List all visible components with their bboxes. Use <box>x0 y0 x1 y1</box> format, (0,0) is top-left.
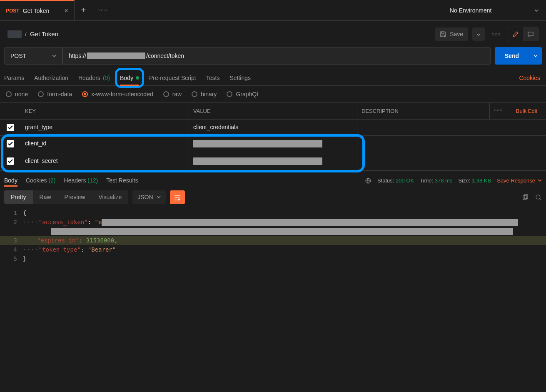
kv-desc[interactable] <box>357 120 546 135</box>
save-response-button[interactable]: Save Response <box>497 177 542 184</box>
kv-value[interactable] <box>189 153 357 170</box>
radio-x-www-form-urlencoded[interactable]: x-www-form-urlencoded <box>82 91 153 97</box>
response-body-code[interactable]: 1{ 2····"access_token": "e 3 "expires_in… <box>0 208 546 263</box>
save-icon <box>440 31 446 37</box>
method-select[interactable]: POST <box>4 47 62 65</box>
chevron-down-icon <box>538 178 542 182</box>
view-pretty[interactable]: Pretty <box>4 190 33 204</box>
save-dropdown[interactable] <box>472 27 485 41</box>
new-tab-button[interactable]: + <box>75 5 93 15</box>
tab-body[interactable]: Body <box>120 70 139 85</box>
chevron-down-icon <box>534 8 539 12</box>
tab-tests[interactable]: Tests <box>206 70 220 85</box>
headers-count: (9) <box>103 75 110 81</box>
search-button[interactable] <box>535 194 542 201</box>
search-icon <box>535 194 542 201</box>
view-raw[interactable]: Raw <box>33 190 58 204</box>
view-mode-tabs: Pretty Raw Preview Visualize <box>4 190 128 204</box>
kv-value[interactable] <box>189 136 357 153</box>
time-label: Time: 378 ms <box>420 177 452 184</box>
tab-settings[interactable]: Settings <box>229 70 251 85</box>
right-icon-group <box>508 27 539 41</box>
kv-key[interactable]: client_id <box>21 136 189 153</box>
kv-header-desc: DESCRIPTION <box>357 103 489 119</box>
breadcrumb-collection[interactable] <box>7 30 22 38</box>
response-meta: Status: 200 OK Time: 378 ms Size: 1.38 K… <box>365 177 542 184</box>
environment-selector[interactable]: No Environment <box>442 0 546 20</box>
copy-icon <box>522 194 529 201</box>
kv-more-button[interactable]: ○○○ <box>489 103 507 119</box>
size-label: Size: 1.38 KB <box>458 177 491 184</box>
save-label: Save <box>450 31 463 37</box>
response-view-right <box>522 194 542 201</box>
format-select[interactable]: JSON <box>132 190 165 204</box>
kv-key[interactable]: grant_type <box>21 120 189 135</box>
view-preview[interactable]: Preview <box>58 190 92 204</box>
tab-title: Get Token <box>23 7 50 14</box>
view-visualize[interactable]: Visualize <box>92 190 128 204</box>
kv-value[interactable]: client_credentials <box>189 120 357 135</box>
resp-tab-headers[interactable]: Headers (12) <box>64 175 98 186</box>
value-redacted <box>193 140 322 147</box>
tab-bar: POST Get Token × + ○○○ No Environment <box>0 0 546 21</box>
url-host-redacted <box>87 52 145 59</box>
bulk-edit-button[interactable]: Bulk Edit <box>507 103 546 119</box>
response-view-bar: Pretty Raw Preview Visualize JSON <box>0 186 546 208</box>
copy-button[interactable] <box>522 194 529 201</box>
save-button[interactable]: Save <box>435 27 468 41</box>
cookies-link[interactable]: Cookies <box>517 70 542 85</box>
cookies-count: (2) <box>48 177 55 184</box>
radio-raw[interactable]: raw <box>163 91 182 97</box>
breadcrumb: / Get Token <box>7 30 58 38</box>
tab-more-button[interactable]: ○○○ <box>92 8 112 12</box>
request-tabs: Params Authorization Headers (9) Body Pr… <box>0 70 546 86</box>
kv-desc[interactable] <box>357 136 546 153</box>
tab-method: POST <box>6 8 20 14</box>
url-prefix: https:// <box>69 52 86 59</box>
send-label: Send <box>505 52 519 59</box>
tab-get-token[interactable]: POST Get Token × <box>0 0 75 20</box>
row-checkbox[interactable] <box>7 140 14 147</box>
comment-button[interactable] <box>523 27 538 41</box>
radio-none[interactable]: none <box>6 91 28 97</box>
tab-prerequest[interactable]: Pre-request Script <box>149 70 196 85</box>
kv-row-grant-type[interactable]: grant_type client_credentials <box>0 120 546 136</box>
environment-label: No Environment <box>450 7 491 14</box>
chevron-down-icon <box>52 54 56 58</box>
radio-graphql[interactable]: GraphQL <box>227 91 260 97</box>
header-area: / Get Token Save ○○○ <box>0 21 546 47</box>
send-dropdown[interactable] <box>529 47 542 65</box>
kv-row-client-id[interactable]: client_id <box>0 136 546 153</box>
kv-row-client-secret[interactable]: client_secret <box>0 153 546 171</box>
url-bar: POST https:///connect/token Send <box>0 47 546 70</box>
tab-authorization[interactable]: Authorization <box>34 70 68 85</box>
send-button[interactable]: Send <box>495 47 529 65</box>
kv-desc[interactable] <box>357 153 546 170</box>
pencil-icon <box>512 31 519 37</box>
chevron-down-icon <box>534 54 538 58</box>
resp-tab-test-results[interactable]: Test Results <box>106 175 138 186</box>
network-icon[interactable] <box>365 177 371 184</box>
kv-key[interactable]: client_secret <box>21 153 189 170</box>
wrap-lines-button[interactable] <box>170 190 185 204</box>
url-input[interactable]: https:///connect/token <box>62 47 491 65</box>
svg-point-3 <box>536 195 540 199</box>
body-indicator-dot <box>136 76 139 80</box>
breadcrumb-separator: / <box>25 31 27 37</box>
radio-binary[interactable]: binary <box>192 91 217 97</box>
response-tabs: Body Cookies (2) Headers (12) Test Resul… <box>0 171 546 186</box>
row-checkbox[interactable] <box>7 157 14 165</box>
radio-form-data[interactable]: form-data <box>38 91 72 97</box>
row-checkbox[interactable] <box>7 124 14 131</box>
tab-headers[interactable]: Headers (9) <box>78 70 110 85</box>
tab-params[interactable]: Params <box>4 70 24 85</box>
more-actions-button[interactable]: ○○○ <box>489 28 504 40</box>
token-redacted <box>51 228 513 235</box>
resp-tab-body[interactable]: Body <box>4 175 17 186</box>
chevron-down-icon <box>157 195 161 199</box>
edit-button[interactable] <box>508 27 523 41</box>
method-label: POST <box>10 52 26 59</box>
resp-tab-cookies[interactable]: Cookies (2) <box>26 175 56 186</box>
close-icon[interactable]: × <box>64 7 68 15</box>
url-suffix: /connect/token <box>146 52 184 59</box>
